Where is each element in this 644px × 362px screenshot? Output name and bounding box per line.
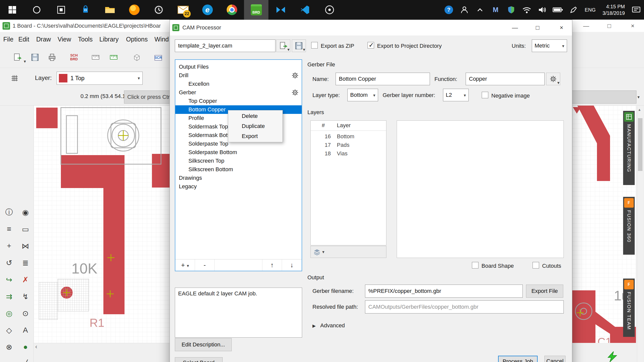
job-description-box[interactable]: EAGLE default 2 layer CAM job. bbox=[175, 288, 302, 338]
ruler-tool-button[interactable] bbox=[89, 50, 103, 65]
volume-icon[interactable] bbox=[535, 0, 550, 20]
select-board-button[interactable]: Select Board bbox=[175, 357, 223, 362]
align-icon[interactable]: ≣ bbox=[18, 256, 32, 270]
tree-item-silkscreen-bottom[interactable]: Silkscreen Bottom bbox=[175, 165, 302, 174]
save-job-button[interactable] bbox=[292, 39, 306, 52]
layer-row-16[interactable]: 16Bottom bbox=[311, 132, 386, 141]
export-file-button[interactable]: Export File bbox=[526, 285, 563, 298]
line-icon[interactable]: ╱ bbox=[18, 357, 32, 362]
gerber-settings-gear-icon[interactable] bbox=[292, 89, 299, 96]
gmail-icon[interactable]: M bbox=[488, 0, 503, 20]
resolved-path-field[interactable] bbox=[365, 300, 564, 313]
edge-icon[interactable]: e bbox=[195, 0, 220, 20]
layer-stack-icon[interactable] bbox=[313, 248, 321, 256]
edit-description-button[interactable]: Edit Description... bbox=[175, 338, 232, 351]
search-icon[interactable] bbox=[24, 0, 49, 20]
menu-tools[interactable]: Tools bbox=[78, 32, 93, 47]
open-board-button[interactable] bbox=[10, 50, 24, 65]
menu-window[interactable]: Wind bbox=[154, 32, 169, 47]
save-button[interactable] bbox=[28, 50, 42, 65]
help-icon[interactable]: ? bbox=[441, 0, 457, 20]
advanced-expander-icon[interactable]: ▶ bbox=[312, 323, 316, 329]
clock-app-icon[interactable] bbox=[146, 0, 171, 20]
output-files-tree[interactable]: Output Files Drill Excellon Gerber Top C… bbox=[175, 59, 302, 271]
move-down-button[interactable]: ↓ bbox=[282, 259, 302, 271]
horizontal-scrollbar[interactable]: ‹ bbox=[34, 343, 170, 350]
vscode-icon[interactable] bbox=[293, 0, 317, 20]
text-icon[interactable]: A bbox=[18, 323, 32, 337]
tab-manufacturing[interactable]: MANUFACTURING bbox=[623, 111, 635, 185]
load-job-dropdown[interactable] bbox=[287, 47, 290, 52]
remove-output-button[interactable]: - bbox=[195, 259, 215, 271]
polygon-icon[interactable]: ◇ bbox=[2, 323, 16, 337]
layer-row-17[interactable]: 17Pads bbox=[311, 141, 386, 149]
menu-edit[interactable]: Edit bbox=[18, 32, 29, 47]
export-dir-checkbox[interactable] bbox=[368, 42, 374, 49]
board-canvas-left[interactable]: 10K R1 bbox=[34, 106, 170, 343]
tree-item-output-files[interactable]: Output Files bbox=[175, 63, 302, 71]
language-indicator[interactable]: ENG bbox=[581, 0, 599, 20]
gerber-filename-field[interactable] bbox=[365, 285, 523, 298]
schematic-board-switch-button[interactable]: SCH BRD bbox=[67, 50, 81, 65]
dialog-minimize-button[interactable]: — bbox=[506, 20, 524, 35]
dialog-close-button[interactable]: × bbox=[553, 20, 570, 35]
layer-row-18[interactable]: 18Vias bbox=[311, 149, 386, 158]
export-zip-checkbox[interactable] bbox=[311, 42, 318, 49]
eagle-taskbar-icon[interactable]: BRD bbox=[244, 0, 268, 20]
cutouts-checkbox[interactable] bbox=[533, 262, 539, 268]
context-menu-duplicate[interactable]: Duplicate bbox=[228, 121, 283, 131]
info-icon[interactable]: ⓘ bbox=[2, 205, 16, 219]
units-select[interactable]: Metric bbox=[532, 39, 567, 52]
pen-icon[interactable] bbox=[566, 0, 581, 20]
menu-library[interactable]: Library bbox=[99, 32, 118, 47]
route-icon[interactable]: ↪ bbox=[2, 273, 16, 287]
eagle-minimize-button[interactable]: — bbox=[577, 20, 595, 32]
via-icon[interactable]: ◎ bbox=[2, 306, 16, 320]
context-menu-delete[interactable]: Delete bbox=[228, 111, 283, 121]
advanced-label[interactable]: Advanced bbox=[320, 322, 345, 329]
mail-icon[interactable]: 22 bbox=[171, 0, 195, 20]
tab-fusion-team[interactable]: F FUSION TEAM bbox=[623, 279, 635, 337]
add-output-button[interactable]: + bbox=[175, 259, 195, 271]
scroll-left-icon[interactable]: ‹ bbox=[35, 343, 37, 350]
firefox-icon[interactable] bbox=[122, 0, 146, 20]
clock[interactable]: 4:15 PM 3/18/2019 bbox=[599, 3, 628, 16]
layer-type-select[interactable]: Bottom bbox=[347, 89, 378, 101]
board-shape-checkbox[interactable] bbox=[472, 262, 478, 268]
gerber-layer-number-select[interactable]: L2 bbox=[443, 89, 469, 101]
junction-icon[interactable]: ● bbox=[18, 340, 32, 354]
tree-item-solderpaste-bottom[interactable]: Solderpaste Bottom bbox=[175, 148, 302, 157]
vertical-scrollbar[interactable]: ▴ bbox=[637, 107, 643, 362]
dialog-maximize-button[interactable]: □ bbox=[529, 20, 546, 35]
move-icon[interactable]: + bbox=[2, 239, 16, 253]
tree-item-excellon[interactable]: Excellon bbox=[175, 80, 302, 88]
ruler-import-button[interactable] bbox=[107, 50, 121, 65]
file-explorer-icon[interactable] bbox=[98, 0, 122, 20]
lock-trace-icon[interactable]: ↦ bbox=[2, 357, 16, 362]
eagle-maximize-button[interactable]: □ bbox=[600, 20, 618, 32]
open-board-dropdown[interactable] bbox=[24, 59, 26, 64]
people-icon[interactable] bbox=[457, 0, 472, 20]
load-job-button[interactable] bbox=[276, 39, 290, 52]
command-input-caret[interactable] bbox=[637, 95, 640, 100]
eye-icon[interactable]: ◉ bbox=[18, 205, 32, 219]
tab-fusion-360[interactable]: F FUSION 360 bbox=[623, 197, 635, 255]
store-icon[interactable] bbox=[73, 0, 98, 20]
tree-item-drawings[interactable]: Drawings bbox=[175, 174, 302, 182]
function-settings-button[interactable] bbox=[546, 73, 560, 85]
eagle-close-button[interactable]: × bbox=[624, 20, 641, 32]
grid-settings-button[interactable] bbox=[8, 71, 22, 85]
print-button[interactable] bbox=[45, 50, 59, 65]
layer-settings-icon[interactable]: ≡ bbox=[2, 222, 16, 236]
group-select-icon[interactable]: ▭ bbox=[18, 222, 32, 236]
cam-file-input[interactable] bbox=[175, 39, 275, 52]
game-app-icon[interactable] bbox=[317, 0, 342, 20]
scroll-up-icon[interactable]: ▴ bbox=[638, 107, 640, 112]
task-view-icon[interactable] bbox=[49, 0, 73, 20]
tray-expand-icon[interactable] bbox=[472, 0, 488, 20]
menu-view[interactable]: View bbox=[58, 32, 71, 47]
function-field[interactable] bbox=[466, 73, 545, 85]
name-field[interactable] bbox=[336, 73, 430, 85]
split-icon[interactable]: ⊗ bbox=[2, 340, 16, 354]
script-button[interactable]: SCR bbox=[151, 50, 165, 65]
